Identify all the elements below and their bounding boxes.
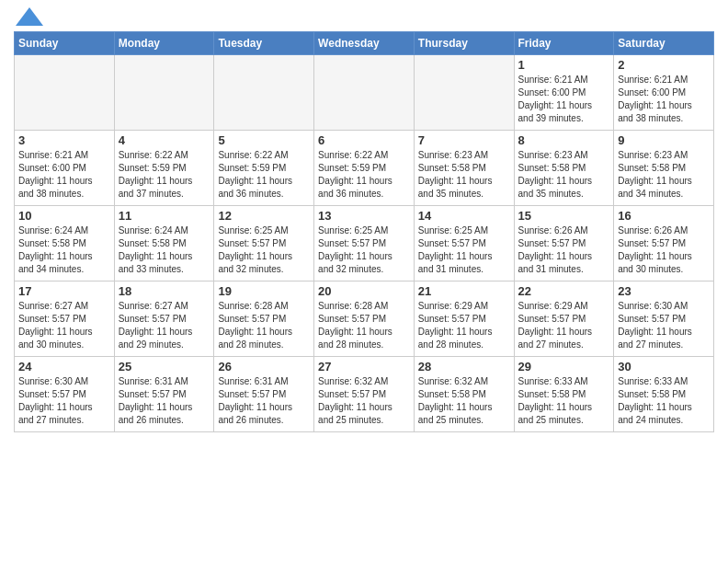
day-info: Sunrise: 6:32 AM Sunset: 5:57 PM Dayligh… xyxy=(318,375,410,427)
day-number: 11 xyxy=(119,209,210,223)
calendar-cell: 28Sunrise: 6:32 AM Sunset: 5:58 PM Dayli… xyxy=(414,357,514,432)
day-number: 7 xyxy=(418,133,510,147)
day-info: Sunrise: 6:31 AM Sunset: 5:57 PM Dayligh… xyxy=(119,375,210,427)
calendar-cell: 27Sunrise: 6:32 AM Sunset: 5:57 PM Dayli… xyxy=(314,357,415,432)
weekday-header: Wednesday xyxy=(314,32,415,55)
day-number: 21 xyxy=(418,284,510,298)
day-info: Sunrise: 6:30 AM Sunset: 5:57 PM Dayligh… xyxy=(618,300,710,351)
day-number: 22 xyxy=(518,284,610,298)
day-info: Sunrise: 6:23 AM Sunset: 5:58 PM Dayligh… xyxy=(518,149,610,201)
weekday-header: Saturday xyxy=(614,32,714,55)
day-number: 30 xyxy=(618,360,710,373)
day-number: 4 xyxy=(119,133,210,147)
svg-marker-0 xyxy=(16,7,43,26)
day-info: Sunrise: 6:25 AM Sunset: 5:57 PM Dayligh… xyxy=(218,224,310,276)
calendar-cell xyxy=(15,55,115,131)
day-info: Sunrise: 6:28 AM Sunset: 5:57 PM Dayligh… xyxy=(218,300,310,351)
calendar-week-row: 10Sunrise: 6:24 AM Sunset: 5:58 PM Dayli… xyxy=(15,206,714,282)
day-info: Sunrise: 6:25 AM Sunset: 5:57 PM Dayligh… xyxy=(318,224,410,276)
day-number: 25 xyxy=(119,360,210,373)
day-number: 29 xyxy=(518,360,610,373)
day-info: Sunrise: 6:33 AM Sunset: 5:58 PM Dayligh… xyxy=(518,375,610,427)
header xyxy=(14,9,714,26)
calendar-cell: 23Sunrise: 6:30 AM Sunset: 5:57 PM Dayli… xyxy=(614,282,714,357)
calendar-cell: 12Sunrise: 6:25 AM Sunset: 5:57 PM Dayli… xyxy=(214,206,314,282)
day-number: 27 xyxy=(318,360,410,373)
calendar-cell: 22Sunrise: 6:29 AM Sunset: 5:57 PM Dayli… xyxy=(514,282,614,357)
calendar-cell xyxy=(314,55,415,131)
day-number: 10 xyxy=(18,209,110,223)
calendar-cell: 13Sunrise: 6:25 AM Sunset: 5:57 PM Dayli… xyxy=(314,206,415,282)
day-info: Sunrise: 6:21 AM Sunset: 6:00 PM Dayligh… xyxy=(18,149,110,201)
weekday-header: Thursday xyxy=(414,32,514,55)
calendar-cell xyxy=(114,55,214,131)
calendar-cell: 18Sunrise: 6:27 AM Sunset: 5:57 PM Dayli… xyxy=(114,282,214,357)
day-info: Sunrise: 6:21 AM Sunset: 6:00 PM Dayligh… xyxy=(618,74,710,125)
page: SundayMondayTuesdayWednesdayThursdayFrid… xyxy=(0,0,728,446)
calendar-week-row: 3Sunrise: 6:21 AM Sunset: 6:00 PM Daylig… xyxy=(15,131,714,206)
logo-icon xyxy=(16,7,43,26)
day-number: 16 xyxy=(618,209,710,223)
calendar-header-row: SundayMondayTuesdayWednesdayThursdayFrid… xyxy=(15,32,714,55)
weekday-header: Sunday xyxy=(15,32,115,55)
day-info: Sunrise: 6:23 AM Sunset: 5:58 PM Dayligh… xyxy=(418,149,510,201)
day-number: 1 xyxy=(518,58,610,72)
day-number: 9 xyxy=(618,133,710,147)
calendar-week-row: 1Sunrise: 6:21 AM Sunset: 6:00 PM Daylig… xyxy=(15,55,714,131)
calendar-cell: 25Sunrise: 6:31 AM Sunset: 5:57 PM Dayli… xyxy=(114,357,214,432)
calendar-cell xyxy=(214,55,314,131)
day-info: Sunrise: 6:26 AM Sunset: 5:57 PM Dayligh… xyxy=(518,224,610,276)
day-number: 12 xyxy=(218,209,310,223)
calendar-cell: 20Sunrise: 6:28 AM Sunset: 5:57 PM Dayli… xyxy=(314,282,415,357)
day-info: Sunrise: 6:24 AM Sunset: 5:58 PM Dayligh… xyxy=(18,224,110,276)
day-info: Sunrise: 6:28 AM Sunset: 5:57 PM Dayligh… xyxy=(318,300,410,351)
weekday-header: Tuesday xyxy=(214,32,314,55)
day-info: Sunrise: 6:29 AM Sunset: 5:57 PM Dayligh… xyxy=(518,300,610,351)
day-number: 24 xyxy=(18,360,110,373)
day-info: Sunrise: 6:27 AM Sunset: 5:57 PM Dayligh… xyxy=(119,300,210,351)
calendar-week-row: 24Sunrise: 6:30 AM Sunset: 5:57 PM Dayli… xyxy=(15,357,714,432)
calendar-cell xyxy=(414,55,514,131)
calendar-cell: 2Sunrise: 6:21 AM Sunset: 6:00 PM Daylig… xyxy=(614,55,714,131)
day-number: 2 xyxy=(618,58,710,72)
calendar-cell: 26Sunrise: 6:31 AM Sunset: 5:57 PM Dayli… xyxy=(214,357,314,432)
calendar-cell: 6Sunrise: 6:22 AM Sunset: 5:59 PM Daylig… xyxy=(314,131,415,206)
calendar-cell: 11Sunrise: 6:24 AM Sunset: 5:58 PM Dayli… xyxy=(114,206,214,282)
day-info: Sunrise: 6:29 AM Sunset: 5:57 PM Dayligh… xyxy=(418,300,510,351)
calendar-cell: 14Sunrise: 6:25 AM Sunset: 5:57 PM Dayli… xyxy=(414,206,514,282)
calendar-cell: 21Sunrise: 6:29 AM Sunset: 5:57 PM Dayli… xyxy=(414,282,514,357)
calendar-cell: 17Sunrise: 6:27 AM Sunset: 5:57 PM Dayli… xyxy=(15,282,115,357)
day-number: 3 xyxy=(18,133,110,147)
day-info: Sunrise: 6:23 AM Sunset: 5:58 PM Dayligh… xyxy=(618,149,710,201)
calendar-week-row: 17Sunrise: 6:27 AM Sunset: 5:57 PM Dayli… xyxy=(15,282,714,357)
day-number: 17 xyxy=(18,284,110,298)
day-info: Sunrise: 6:31 AM Sunset: 5:57 PM Dayligh… xyxy=(218,375,310,427)
calendar-cell: 8Sunrise: 6:23 AM Sunset: 5:58 PM Daylig… xyxy=(514,131,614,206)
calendar-cell: 4Sunrise: 6:22 AM Sunset: 5:59 PM Daylig… xyxy=(114,131,214,206)
day-info: Sunrise: 6:26 AM Sunset: 5:57 PM Dayligh… xyxy=(618,224,710,276)
day-info: Sunrise: 6:25 AM Sunset: 5:57 PM Dayligh… xyxy=(418,224,510,276)
calendar-cell: 9Sunrise: 6:23 AM Sunset: 5:58 PM Daylig… xyxy=(614,131,714,206)
day-number: 13 xyxy=(318,209,410,223)
weekday-header: Friday xyxy=(514,32,614,55)
calendar-cell: 16Sunrise: 6:26 AM Sunset: 5:57 PM Dayli… xyxy=(614,206,714,282)
calendar-cell: 1Sunrise: 6:21 AM Sunset: 6:00 PM Daylig… xyxy=(514,55,614,131)
day-info: Sunrise: 6:22 AM Sunset: 5:59 PM Dayligh… xyxy=(119,149,210,201)
day-number: 26 xyxy=(218,360,310,373)
day-info: Sunrise: 6:22 AM Sunset: 5:59 PM Dayligh… xyxy=(318,149,410,201)
calendar-cell: 3Sunrise: 6:21 AM Sunset: 6:00 PM Daylig… xyxy=(15,131,115,206)
day-info: Sunrise: 6:24 AM Sunset: 5:58 PM Dayligh… xyxy=(119,224,210,276)
day-number: 23 xyxy=(618,284,710,298)
calendar-cell: 24Sunrise: 6:30 AM Sunset: 5:57 PM Dayli… xyxy=(15,357,115,432)
weekday-header: Monday xyxy=(114,32,214,55)
day-info: Sunrise: 6:33 AM Sunset: 5:58 PM Dayligh… xyxy=(618,375,710,427)
day-info: Sunrise: 6:30 AM Sunset: 5:57 PM Dayligh… xyxy=(18,375,110,427)
calendar-cell: 29Sunrise: 6:33 AM Sunset: 5:58 PM Dayli… xyxy=(514,357,614,432)
day-info: Sunrise: 6:21 AM Sunset: 6:00 PM Dayligh… xyxy=(518,74,610,125)
day-number: 20 xyxy=(318,284,410,298)
calendar-cell: 7Sunrise: 6:23 AM Sunset: 5:58 PM Daylig… xyxy=(414,131,514,206)
day-number: 14 xyxy=(418,209,510,223)
day-number: 5 xyxy=(218,133,310,147)
calendar-cell: 30Sunrise: 6:33 AM Sunset: 5:58 PM Dayli… xyxy=(614,357,714,432)
day-number: 15 xyxy=(518,209,610,223)
